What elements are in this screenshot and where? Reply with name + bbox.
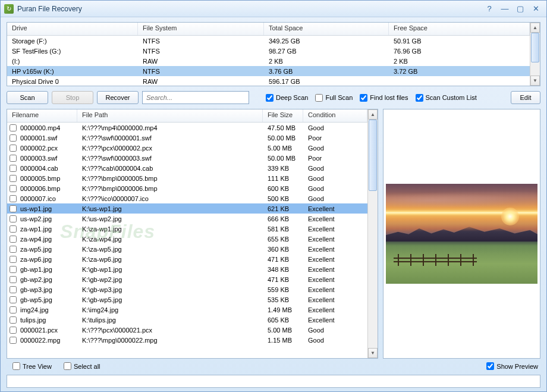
drive-total: 2 KB: [264, 57, 389, 65]
file-row[interactable]: gb-wp2.jpgK:\gb-wp2.jpg471 KBExcellent: [7, 274, 367, 284]
file-row[interactable]: 0000006.bmpK:\???\bmp\0000006.bmp600 KBG…: [7, 183, 367, 193]
file-condition: Good: [303, 337, 367, 344]
col-drive[interactable]: Drive: [7, 23, 138, 35]
file-checkbox[interactable]: [7, 306, 19, 313]
file-row[interactable]: za-wp1.jpgK:\za-wp1.jpg581 KBExcellent: [7, 224, 367, 234]
file-condition: Good: [303, 185, 367, 192]
file-checkbox[interactable]: [7, 246, 19, 253]
file-row[interactable]: 0000001.swfK:\???\swf\0000001.swf50.00 M…: [7, 133, 367, 143]
file-row[interactable]: gb-wp3.jpgK:\gb-wp3.jpg559 KBExcellent: [7, 284, 367, 294]
drive-row[interactable]: HP v165w (K:)NTFS3.76 GB3.72 GB: [7, 66, 530, 76]
drives-header: Drive File System Total Space Free Space: [7, 23, 530, 36]
file-checkbox[interactable]: [7, 296, 19, 303]
show-preview-checkbox[interactable]: Show Preview: [486, 362, 538, 370]
recover-button[interactable]: Recover: [97, 91, 139, 104]
col-filename[interactable]: Filename: [7, 109, 77, 122]
file-size: 471 KB: [263, 256, 303, 263]
maximize-button[interactable]: ▢: [513, 4, 527, 14]
file-row[interactable]: us-wp1.jpgK:\us-wp1.jpg621 KBExcellent: [7, 203, 367, 214]
file-size: 655 KB: [263, 236, 303, 243]
drive-row[interactable]: Physical Drive 0RAW596.17 GB: [7, 76, 530, 86]
full-scan-checkbox[interactable]: Full Scan: [315, 94, 353, 102]
file-checkbox[interactable]: [7, 276, 19, 283]
file-checkbox[interactable]: [7, 215, 19, 222]
file-checkbox[interactable]: [7, 195, 19, 202]
col-filepath[interactable]: File Path: [77, 109, 263, 122]
file-checkbox[interactable]: [7, 145, 19, 152]
file-condition: Poor: [303, 155, 367, 162]
minimize-button[interactable]: —: [498, 4, 512, 14]
file-checkbox[interactable]: [7, 256, 19, 263]
file-row[interactable]: za-wp4.jpgK:\za-wp4.jpg655 KBExcellent: [7, 234, 367, 244]
file-checkbox[interactable]: [7, 337, 19, 344]
tree-view-checkbox[interactable]: Tree View: [12, 362, 52, 370]
file-checkbox[interactable]: [7, 327, 19, 334]
file-checkbox[interactable]: [7, 124, 19, 131]
select-all-checkbox[interactable]: Select all: [64, 362, 100, 370]
file-name: 0000007.ico: [19, 195, 77, 202]
file-size: 5.00 MB: [263, 327, 303, 334]
file-checkbox[interactable]: [7, 266, 19, 273]
close-button[interactable]: ✕: [529, 4, 543, 14]
col-free-space[interactable]: Free Space: [389, 23, 530, 35]
file-row[interactable]: za-wp5.jpgK:\za-wp5.jpg360 KBExcellent: [7, 244, 367, 254]
file-row[interactable]: img24.jpgK:\img24.jpg1.49 MBExcellent: [7, 305, 367, 315]
edit-button[interactable]: Edit: [511, 91, 540, 104]
file-name: gb-wp1.jpg: [19, 266, 77, 273]
col-filesize[interactable]: File Size: [263, 109, 303, 122]
file-row[interactable]: 0000003.swfK:\???\swf\0000003.swf50.00 M…: [7, 153, 367, 163]
file-row[interactable]: gb-wp5.jpgK:\gb-wp5.jpg535 KBExcellent: [7, 294, 367, 305]
drive-row[interactable]: (I:)RAW2 KB2 KB: [7, 56, 530, 66]
file-checkbox[interactable]: [7, 185, 19, 192]
bottom-bar: Tree View Select all Show Preview: [7, 361, 540, 371]
scroll-up-icon[interactable]: ▲: [368, 109, 378, 120]
scroll-up-icon[interactable]: ▲: [530, 23, 540, 33]
file-checkbox[interactable]: [7, 134, 19, 142]
help-button[interactable]: ?: [482, 4, 496, 14]
file-row[interactable]: us-wp2.jpgK:\us-wp2.jpg666 KBExcellent: [7, 214, 367, 224]
scan-custom-checkbox[interactable]: Scan Custom List: [416, 94, 477, 102]
scan-button[interactable]: Scan: [7, 91, 48, 104]
scroll-thumb[interactable]: [369, 120, 377, 191]
scroll-down-icon[interactable]: ▼: [368, 348, 378, 358]
file-row[interactable]: 0000007.icoK:\???\ico\0000007.ico500 KBG…: [7, 193, 367, 203]
scroll-down-icon[interactable]: ▼: [530, 76, 540, 86]
file-checkbox[interactable]: [7, 155, 19, 162]
file-checkbox[interactable]: [7, 165, 19, 172]
file-row[interactable]: 0000005.bmpK:\???\bmp\0000005.bmp111 KBG…: [7, 173, 367, 183]
file-checkbox[interactable]: [7, 205, 19, 212]
col-condition[interactable]: Condition: [303, 109, 367, 122]
file-checkbox[interactable]: [7, 286, 19, 293]
file-condition: Good: [303, 124, 367, 131]
col-total-space[interactable]: Total Space: [264, 23, 389, 35]
drive-row[interactable]: Storage (F:)NTFS349.25 GB50.91 GB: [7, 36, 530, 46]
file-checkbox[interactable]: [7, 316, 19, 324]
drive-fs: NTFS: [138, 47, 264, 55]
drives-scrollbar[interactable]: ▲ ▼: [530, 23, 540, 86]
file-row[interactable]: 0000022.mpgK:\???\mpg\0000022.mpg1.15 MB…: [7, 335, 367, 345]
file-row[interactable]: tulips.jpgK:\tulips.jpg605 KBExcellent: [7, 315, 367, 325]
col-filesystem[interactable]: File System: [138, 23, 264, 35]
search-input[interactable]: [142, 91, 249, 104]
file-checkbox[interactable]: [7, 175, 19, 182]
file-row[interactable]: 0000021.pcxK:\???\pcx\0000021.pcx5.00 MB…: [7, 325, 367, 335]
file-size: 1.15 MB: [263, 337, 303, 344]
file-row[interactable]: 0000000.mp4K:\???\mp4\0000000.mp447.50 M…: [7, 123, 367, 133]
find-lost-checkbox[interactable]: Find lost files: [360, 94, 408, 102]
files-scrollbar[interactable]: ▲ ▼: [367, 109, 378, 358]
file-row[interactable]: za-wp6.jpgK:\za-wp6.jpg471 KBExcellent: [7, 254, 367, 264]
file-name: 0000003.swf: [19, 155, 77, 162]
scroll-thumb[interactable]: [531, 33, 539, 62]
file-row[interactable]: 0000002.pcxK:\???\pcx\0000002.pcx5.00 MB…: [7, 143, 367, 153]
full-scan-label: Full Scan: [325, 94, 353, 101]
file-size: 471 KB: [263, 276, 303, 283]
file-checkbox[interactable]: [7, 236, 19, 243]
deep-scan-checkbox[interactable]: Deep Scan: [266, 94, 308, 102]
file-checkbox[interactable]: [7, 225, 19, 233]
app-window: Puran File Recovery ? — ▢ ✕ Drive File S…: [0, 0, 547, 392]
file-condition: Good: [303, 327, 367, 334]
file-row[interactable]: gb-wp1.jpgK:\gb-wp1.jpg348 KBExcellent: [7, 264, 367, 274]
drive-row[interactable]: SF TestFiles (G:)NTFS98.27 GB76.96 GB: [7, 46, 530, 56]
file-row[interactable]: 0000004.cabK:\???\cab\0000004.cab339 KBG…: [7, 163, 367, 173]
stop-button[interactable]: Stop: [52, 91, 93, 104]
